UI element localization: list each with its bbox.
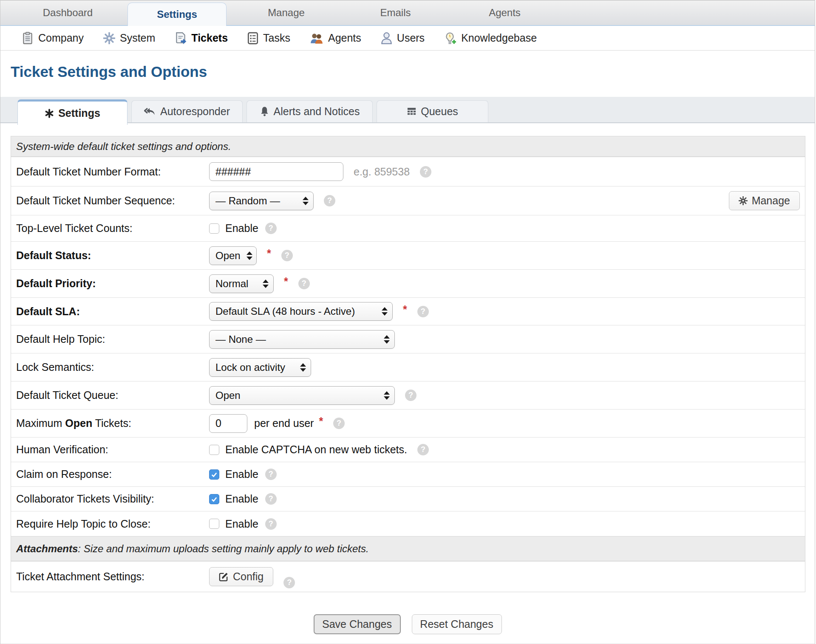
default-help-topic-select[interactable]: — None — (209, 330, 395, 349)
row-ticket-attachment-settings: Ticket Attachment Settings: Config ? (11, 561, 805, 592)
topnav-tab-agents[interactable]: Agents (450, 0, 559, 25)
config-attachments-button[interactable]: Config (209, 567, 273, 586)
help-icon[interactable]: ? (333, 418, 345, 429)
help-icon[interactable]: ? (417, 444, 429, 455)
row-human-verification: Human Verification: Enable CAPTCHA on ne… (11, 437, 805, 462)
lightbulb-plus-icon (444, 32, 456, 45)
help-icon[interactable]: ? (417, 306, 429, 317)
row-claim-on-response: Claim on Response: Enable ? (11, 462, 805, 486)
row-default-sla: Default SLA: Default SLA (48 hours - Act… (11, 297, 805, 325)
select-value: Default SLA (48 hours - Active) (215, 305, 355, 317)
subnav-item-knowledgebase[interactable]: Knowledgebase (444, 32, 537, 45)
subnav-label: Users (397, 32, 425, 44)
select-value: Lock on activity (215, 362, 285, 373)
row-default-status: Default Status: Open * ? (11, 241, 805, 269)
row-default-help-topic: Default Help Topic: — None — (11, 325, 805, 353)
captcha-checkbox[interactable] (209, 445, 219, 455)
lock-semantics-select[interactable]: Lock on activity (209, 358, 311, 377)
field-label: Collaborator Tickets Visibility: (16, 493, 209, 505)
field-label: Lock Semantics: (16, 361, 209, 373)
default-priority-select[interactable]: Normal (209, 274, 274, 293)
claim-on-response-checkbox[interactable] (209, 469, 219, 480)
subnav-label: System (120, 32, 155, 44)
number-sequence-select[interactable]: — Random — (209, 192, 314, 210)
collaborator-visibility-checkbox[interactable] (209, 494, 219, 504)
row-lock-semantics: Lock Semantics: Lock on activity (11, 353, 805, 381)
tab-settings[interactable]: Settings (17, 99, 128, 125)
row-require-help-topic-to-close: Require Help Topic to Close: Enable ? (11, 511, 805, 536)
user-icon (381, 32, 392, 44)
select-value: Normal (215, 278, 248, 290)
reply-all-icon (144, 107, 156, 117)
field-label: Top-Level Ticket Counts: (16, 222, 209, 234)
required-asterisk: * (267, 247, 271, 260)
select-arrows-icon (382, 307, 388, 316)
require-help-topic-checkbox[interactable] (209, 519, 219, 529)
form-actions: Save Changes Reset Changes (0, 614, 815, 634)
tab-queues[interactable]: Queues (377, 100, 488, 122)
section-header-general: System-wide default ticket settings and … (11, 136, 805, 157)
row-collaborator-tickets-visibility: Collaborator Tickets Visibility: Enable … (11, 486, 805, 511)
subnav-item-agents[interactable]: Agents (310, 32, 361, 44)
tab-label: Queues (421, 105, 458, 118)
example-hint: e.g. 859538 (354, 166, 410, 178)
field-suffix: per end user (254, 417, 314, 429)
save-changes-button[interactable]: Save Changes (314, 614, 401, 634)
help-icon[interactable]: ? (265, 223, 277, 234)
manage-sequences-button[interactable]: Manage (729, 191, 800, 210)
gear-icon (103, 32, 115, 44)
section-tabs: Settings Autoresponder Alerts and Notice… (0, 97, 815, 123)
checkbox-label: Enable (225, 518, 258, 530)
topnav-tab-settings[interactable]: Settings (128, 3, 227, 26)
max-open-tickets-input[interactable]: 0 (209, 414, 247, 433)
help-icon[interactable]: ? (324, 195, 335, 206)
ticket-number-format-input[interactable]: ###### (209, 162, 343, 181)
subnav-item-system[interactable]: System (103, 32, 155, 44)
default-sla-select[interactable]: Default SLA (48 hours - Active) (209, 302, 393, 321)
section-header-text: System-wide default ticket settings and … (16, 141, 231, 153)
subnav-item-tasks[interactable]: Tasks (247, 32, 290, 45)
section-header-attachments: Attachments: Size and maximum uploads se… (11, 536, 805, 561)
help-icon[interactable]: ? (405, 390, 416, 401)
field-label: Maximum Open Tickets: (16, 417, 209, 429)
select-value: — Random — (215, 195, 280, 207)
tab-autoresponder[interactable]: Autoresponder (131, 100, 243, 122)
default-status-select[interactable]: Open (209, 246, 257, 265)
help-icon[interactable]: ? (283, 577, 295, 588)
help-icon[interactable]: ? (265, 493, 277, 505)
select-arrows-icon (384, 335, 390, 344)
tab-alerts-and-notices[interactable]: Alerts and Notices (246, 100, 373, 122)
top-level-counts-checkbox[interactable] (209, 223, 219, 234)
topnav-tab-dashboard[interactable]: Dashboard (13, 0, 122, 25)
row-default-priority: Default Priority: Normal * ? (11, 269, 805, 297)
tab-label: Settings (58, 107, 100, 119)
field-label: Default Ticket Queue: (16, 389, 209, 401)
tab-label: Alerts and Notices (274, 105, 360, 118)
field-label: Default Status: (16, 249, 209, 262)
select-arrows-icon (246, 251, 252, 260)
help-icon[interactable]: ? (265, 469, 277, 480)
field-label: Claim on Response: (16, 468, 209, 480)
help-icon[interactable]: ? (265, 518, 277, 530)
help-icon[interactable]: ? (420, 166, 431, 178)
subnav-item-users[interactable]: Users (381, 32, 425, 44)
subnav-label: Knowledgebase (461, 32, 537, 44)
help-icon[interactable]: ? (281, 250, 293, 261)
default-ticket-queue-select[interactable]: Open (209, 386, 395, 405)
field-label: Default SLA: (16, 305, 209, 318)
help-icon[interactable]: ? (298, 278, 310, 289)
asterisk-icon (45, 109, 54, 118)
row-default-ticket-number-sequence: Default Ticket Number Sequence: — Random… (11, 186, 805, 215)
checkbox-label: Enable (225, 222, 258, 234)
field-label: Require Help Topic to Close: (16, 518, 209, 530)
topnav-tab-emails[interactable]: Emails (341, 0, 450, 25)
required-asterisk: * (403, 303, 407, 316)
select-value: Open (215, 390, 241, 401)
subnav-item-company[interactable]: Company (22, 32, 84, 45)
field-label: Default Ticket Number Sequence: (16, 195, 209, 207)
subnav-label: Tasks (263, 32, 290, 44)
subnav-item-tickets[interactable]: Tickets (175, 32, 228, 45)
reset-changes-button[interactable]: Reset Changes (412, 614, 502, 634)
topnav-tab-manage[interactable]: Manage (232, 0, 341, 25)
ticket-document-icon (175, 32, 187, 45)
